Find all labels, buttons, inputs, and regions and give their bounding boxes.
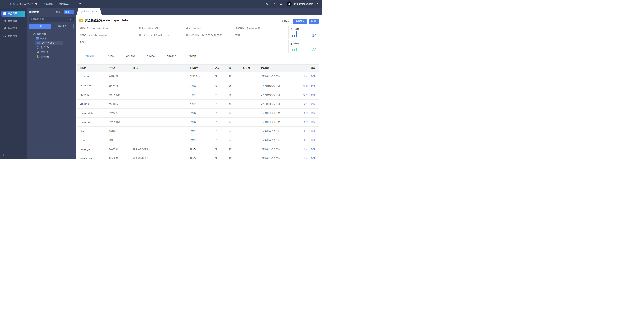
action-divider: | bbox=[309, 121, 310, 123]
cell-description bbox=[130, 127, 186, 136]
table-row: pics附件图片字符型否否1 可向社会公众开放修改|删除 bbox=[76, 127, 319, 136]
search-icon[interactable] bbox=[70, 18, 72, 21]
filter-mine-option[interactable]: 我的目录 bbox=[51, 24, 74, 29]
edit-link[interactable]: 修改 bbox=[303, 139, 308, 141]
doc-tab-safe-inspect[interactable]: 安全检查记录 × bbox=[76, 9, 102, 15]
cell-unique: 否 bbox=[225, 145, 240, 154]
delete-link[interactable]: 删除 bbox=[311, 121, 315, 123]
delete-link[interactable]: 删除 bbox=[311, 130, 315, 132]
avatar[interactable] bbox=[287, 1, 292, 6]
tree-node-label: 数据工厂 bbox=[40, 51, 49, 54]
view-api-button[interactable]: 查看API bbox=[279, 19, 292, 24]
domain-selector-label: 我的域01 bbox=[59, 2, 68, 6]
cell-actions: 修改|删除 bbox=[292, 99, 319, 108]
tree-node-dataset-group[interactable]: 数据集 bbox=[29, 36, 74, 41]
delete-link[interactable]: 删除 bbox=[311, 112, 315, 114]
tree-node-data-relation[interactable]: 数据关联 bbox=[29, 45, 74, 50]
tab-relation-info[interactable]: 关联信息 bbox=[146, 53, 156, 59]
cell-required: 否 bbox=[212, 127, 225, 136]
cell-required: 否 bbox=[212, 99, 225, 108]
panel-header: 我的数据 刷 新 新建 bbox=[29, 10, 74, 15]
domain-selector[interactable]: 我的域01 bbox=[59, 2, 81, 6]
edit-link[interactable]: 修改 bbox=[303, 130, 308, 132]
user-email[interactable]: qiy-b@glodon.com bbox=[294, 3, 313, 5]
sidebar-item-tag-management[interactable]: 标签管理 bbox=[1, 26, 25, 32]
delete-link[interactable]: 删除 bbox=[311, 75, 315, 78]
tree-node-domain[interactable]: 我的域01 bbox=[29, 32, 74, 36]
column-header-default-value: 默认值 bbox=[240, 65, 257, 72]
tab-field-details[interactable]: 字段明细 bbox=[85, 53, 94, 59]
mini-bar bbox=[298, 33, 298, 37]
table-row: review_time复审时间字符型否否1 可向社会公众开放修改|删除 bbox=[76, 81, 319, 90]
tab-index-info[interactable]: 索引信息 bbox=[126, 53, 135, 59]
cell-description bbox=[130, 99, 186, 108]
cell-data-type: 字符型 bbox=[186, 99, 212, 108]
edit-link[interactable]: 修改 bbox=[303, 93, 308, 96]
cell-default-value bbox=[240, 72, 257, 81]
nav-data-resources[interactable]: 数据资源 bbox=[43, 2, 53, 6]
sidebar-collapse-icon[interactable] bbox=[2, 154, 6, 157]
edit-link[interactable]: 修改 bbox=[303, 75, 308, 78]
delete-link[interactable]: 删除 bbox=[311, 93, 315, 96]
edit-link[interactable]: 修改 bbox=[303, 157, 308, 159]
create-new-label: 新建 bbox=[65, 11, 70, 14]
edit-link[interactable]: 修改 bbox=[303, 84, 308, 87]
meta-owner: 所有者：qiy-b@glodon.com bbox=[80, 32, 139, 39]
close-icon[interactable]: × bbox=[96, 11, 97, 13]
table-row: vendor_id用户编码字符型否否1 可向社会公众开放修改|删除 bbox=[76, 99, 319, 108]
table-row: change_id变更人编码字符型否否1 可向社会公众开放修改|删除 bbox=[76, 118, 319, 127]
edit-button[interactable]: 编 辑 bbox=[308, 19, 319, 24]
notification-bell-icon[interactable] bbox=[280, 2, 283, 6]
cell-required: 否 bbox=[212, 136, 225, 145]
cell-data-type: 字符型 bbox=[186, 154, 212, 159]
tree-node-selected-dataset[interactable]: 安全检查记录 bbox=[35, 41, 62, 45]
cell-default-value bbox=[240, 81, 257, 90]
user-menu-chevron-icon[interactable] bbox=[317, 3, 318, 4]
filter-all-option[interactable]: 全部 bbox=[29, 24, 51, 29]
mini-bar bbox=[294, 49, 295, 51]
sidebar-item-data-catalog[interactable]: 数据目录 bbox=[1, 11, 25, 17]
cell-required: 否 bbox=[212, 81, 225, 90]
cell-unique: 否 bbox=[225, 72, 240, 81]
edit-link[interactable]: 修改 bbox=[303, 121, 308, 123]
data-preview-button[interactable]: 数据预览 bbox=[293, 19, 307, 24]
delete-link[interactable]: 删除 bbox=[311, 157, 315, 159]
field-table: 字段ID中文名描述数据类型必须唯一默认值安全等级操作 create_time创建… bbox=[76, 64, 319, 159]
edit-link[interactable]: 修改 bbox=[303, 103, 308, 105]
tab-engine-instance[interactable]: 引擎实例 bbox=[167, 53, 176, 59]
table-row: inspect_type检查类型检查巡检的分类字符型否否1 可向社会公众开放修改… bbox=[76, 154, 319, 159]
edit-link[interactable]: 修改 bbox=[303, 112, 308, 114]
dataset-table-icon bbox=[36, 37, 39, 40]
create-new-button[interactable]: 新建 bbox=[64, 10, 74, 15]
column-header-field-id: 字段ID bbox=[76, 65, 106, 72]
cell-description: 检查巡检的分类 bbox=[130, 154, 186, 159]
bug-report-icon[interactable] bbox=[265, 2, 268, 6]
action-divider: | bbox=[309, 139, 310, 141]
nav-toggle-icon[interactable] bbox=[0, 3, 8, 5]
table-row: danger_text隐患详情隐患的具体问题字符型否否1 可向社会公众开放修改|… bbox=[76, 145, 319, 154]
tree-node-data-service[interactable]: 数据服务 bbox=[29, 54, 74, 59]
refresh-button[interactable]: 刷 新 bbox=[54, 10, 62, 15]
tree-expand-caret-icon[interactable] bbox=[30, 34, 32, 34]
delete-link[interactable]: 删除 bbox=[311, 148, 315, 150]
cell-security-level: 1 可向社会公众开放 bbox=[257, 127, 292, 136]
sidebar-item-scope-management[interactable]: 范围管理 bbox=[1, 33, 25, 39]
tree-node-data-factory[interactable]: 数据工厂 bbox=[29, 50, 74, 54]
tab-partition-info[interactable]: 分区信息 bbox=[106, 53, 114, 59]
action-divider: | bbox=[309, 130, 310, 132]
help-icon[interactable]: ? bbox=[272, 2, 276, 6]
cell-field-id: pics bbox=[76, 127, 106, 136]
search-input[interactable] bbox=[30, 18, 70, 21]
stat-label: 总字段数 bbox=[290, 28, 317, 31]
sidebar-item-data-explore[interactable]: 数据探查 bbox=[1, 18, 25, 24]
delete-link[interactable]: 删除 bbox=[311, 139, 315, 141]
sidebar-item-label: 标签管理 bbox=[8, 27, 17, 30]
tree-expand-caret-icon[interactable] bbox=[33, 38, 35, 39]
product-name: 广联达数据中台 bbox=[20, 2, 37, 6]
edit-link[interactable]: 修改 bbox=[303, 148, 308, 150]
cell-default-value bbox=[240, 118, 257, 127]
mini-bar bbox=[292, 35, 293, 37]
delete-link[interactable]: 删除 bbox=[311, 84, 315, 87]
delete-link[interactable]: 删除 bbox=[311, 103, 315, 105]
tab-auth-scope[interactable]: 授权范围 bbox=[188, 53, 196, 59]
